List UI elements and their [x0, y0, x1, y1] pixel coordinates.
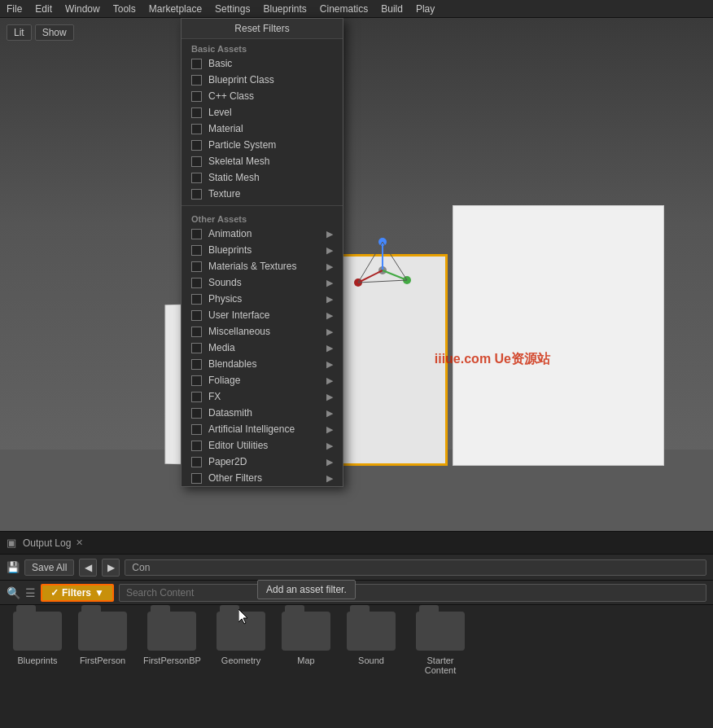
search-icon[interactable]: 🔍: [7, 586, 20, 599]
folder-label-geometry: Geometry: [221, 656, 260, 665]
folder-blueprints[interactable]: Blueprints: [13, 612, 62, 665]
menu-reset-filters[interactable]: Reset Filters: [182, 19, 343, 39]
checkbox-paper2d[interactable]: [191, 457, 202, 467]
menu-blueprints[interactable]: Blueprints: [263, 3, 306, 15]
menu-item-fx[interactable]: FX ▶: [182, 388, 343, 405]
menu-item-editor-utilities[interactable]: Editor Utilities ▶: [182, 437, 343, 454]
menu-edit[interactable]: Edit: [35, 3, 52, 15]
folder-icon-map: [282, 612, 330, 651]
menu-item-physics[interactable]: Physics ▶: [182, 291, 343, 307]
checkbox-media[interactable]: [191, 343, 202, 353]
item-label-material: Material: [208, 123, 333, 134]
menu-item-other-filters[interactable]: Other Filters ▶: [182, 470, 343, 486]
item-label-paper2d: Paper2D: [208, 456, 320, 467]
checkbox-blueprint-class[interactable]: [191, 75, 202, 86]
menu-item-datasmith[interactable]: Datasmith ▶: [182, 405, 343, 421]
output-log-close[interactable]: ✕: [76, 537, 83, 548]
checkbox-sounds[interactable]: [191, 278, 202, 288]
menu-cinematics[interactable]: Cinematics: [320, 3, 368, 15]
item-label-animation: Animation: [208, 228, 320, 239]
menu-item-media[interactable]: Media ▶: [182, 340, 343, 356]
folder-sound[interactable]: Sound: [347, 612, 396, 665]
menu-item-skeletal-mesh[interactable]: Skeletal Mesh: [182, 153, 343, 169]
menu-marketplace[interactable]: Marketplace: [149, 3, 202, 15]
filters-button[interactable]: ✓ Filters ▼: [41, 584, 114, 602]
folder-firstperson[interactable]: FirstPerson: [78, 612, 127, 665]
arrow-foliage: ▶: [326, 375, 333, 386]
checkbox-materials-textures[interactable]: [191, 261, 202, 272]
checkbox-skeletal-mesh[interactable]: [191, 156, 202, 167]
transform-gizmo: [350, 238, 415, 303]
assets-area: Blueprints FirstPerson FirstPersonBP Geo…: [0, 605, 713, 728]
list-view-icon[interactable]: ☰: [25, 586, 36, 599]
back-button[interactable]: ◀: [79, 559, 97, 577]
menu-item-material[interactable]: Material: [182, 121, 343, 137]
checkbox-user-interface[interactable]: [191, 310, 202, 321]
checkbox-foliage[interactable]: [191, 375, 202, 386]
folder-geometry[interactable]: Geometry: [217, 612, 265, 665]
arrow-other-filters: ▶: [326, 473, 333, 484]
folder-firstpersonbp[interactable]: FirstPersonBP: [143, 612, 200, 665]
viewport: Lit Show: [0, 18, 713, 531]
checkbox-miscellaneous[interactable]: [191, 327, 202, 337]
checkbox-editor-utilities[interactable]: [191, 441, 202, 451]
menu-item-particle-system[interactable]: Particle System: [182, 137, 343, 153]
menu-item-basic[interactable]: Basic: [182, 55, 343, 72]
menu-item-user-interface[interactable]: User Interface ▶: [182, 307, 343, 323]
folder-starter-content[interactable]: Starter Content: [412, 612, 469, 675]
menu-item-ai[interactable]: Artificial Intelligence ▶: [182, 421, 343, 437]
checkbox-level[interactable]: [191, 107, 202, 118]
menu-item-blendables[interactable]: Blendables ▶: [182, 356, 343, 372]
folder-label-sound: Sound: [358, 656, 384, 665]
menu-item-sounds[interactable]: Sounds ▶: [182, 274, 343, 291]
box-right: [453, 205, 664, 466]
menu-tools[interactable]: Tools: [113, 3, 136, 15]
arrow-sounds: ▶: [326, 278, 333, 288]
checkbox-static-mesh[interactable]: [191, 173, 202, 183]
save-all-button[interactable]: Save All: [24, 559, 74, 576]
menu-item-animation[interactable]: Animation ▶: [182, 226, 343, 242]
menu-item-miscellaneous[interactable]: Miscellaneous ▶: [182, 323, 343, 340]
checkbox-physics[interactable]: [191, 294, 202, 305]
item-label-other-filters: Other Filters: [208, 472, 320, 484]
menu-settings[interactable]: Settings: [215, 3, 250, 15]
checkbox-cpp-class[interactable]: [191, 91, 202, 102]
checkbox-ai[interactable]: [191, 424, 202, 435]
menu-build[interactable]: Build: [381, 3, 403, 15]
menu-item-cpp-class[interactable]: C++ Class: [182, 88, 343, 104]
checkbox-datasmith[interactable]: [191, 408, 202, 419]
checkbox-texture[interactable]: [191, 189, 202, 200]
menu-item-level[interactable]: Level: [182, 104, 343, 121]
folder-map[interactable]: Map: [282, 612, 330, 665]
output-log-tab[interactable]: Output Log ✕: [23, 537, 83, 549]
menu-item-static-mesh[interactable]: Static Mesh: [182, 169, 343, 186]
item-label-foliage: Foliage: [208, 375, 320, 386]
menu-play[interactable]: Play: [416, 3, 435, 15]
menu-item-blueprints[interactable]: Blueprints ▶: [182, 242, 343, 258]
menu-item-materials-textures[interactable]: Materials & Textures ▶: [182, 258, 343, 274]
folder-icon-geometry: [217, 612, 265, 651]
menu-file[interactable]: File: [7, 3, 22, 15]
item-label-ai: Artificial Intelligence: [208, 423, 320, 435]
forward-button[interactable]: ▶: [102, 559, 120, 577]
menu-window[interactable]: Window: [65, 3, 100, 15]
checkbox-particle-system[interactable]: [191, 140, 202, 151]
checkbox-blueprints[interactable]: [191, 245, 202, 256]
menu-item-texture[interactable]: Texture: [182, 186, 343, 202]
checkbox-animation[interactable]: [191, 229, 202, 239]
menu-item-blueprint-class[interactable]: Blueprint Class: [182, 72, 343, 88]
checkbox-basic[interactable]: [191, 59, 202, 69]
checkbox-fx[interactable]: [191, 392, 202, 402]
checkbox-blendables[interactable]: [191, 359, 202, 370]
lit-button[interactable]: Lit: [7, 24, 32, 41]
checkbox-other-filters[interactable]: [191, 473, 202, 484]
arrow-media: ▶: [326, 343, 333, 353]
folders-row: Blueprints FirstPerson FirstPersonBP Geo…: [0, 605, 713, 682]
menu-item-paper2d[interactable]: Paper2D ▶: [182, 454, 343, 470]
search-input[interactable]: [119, 584, 706, 602]
show-button[interactable]: Show: [35, 24, 74, 41]
checkbox-material[interactable]: [191, 124, 202, 134]
arrow-blendables: ▶: [326, 359, 333, 370]
menu-item-foliage[interactable]: Foliage ▶: [182, 372, 343, 388]
other-assets-label: Other Assets: [182, 209, 343, 226]
